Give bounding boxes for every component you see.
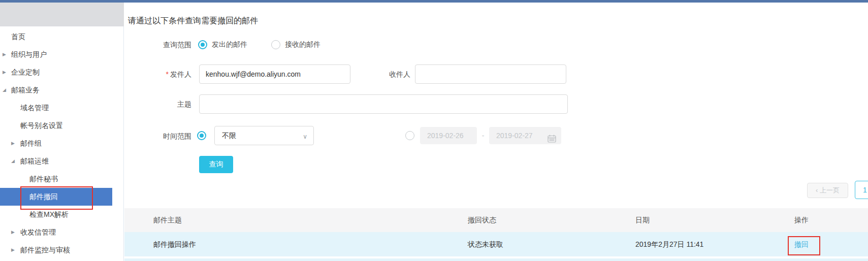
recall-action-link[interactable]: 撤回 <box>794 232 809 256</box>
page-title: 请通过以下条件查询需要撤回的邮件 <box>128 16 258 26</box>
date-range-picker: 2019-02-26 - 2019-02-27 <box>420 127 561 144</box>
time-custom-radio-icon[interactable] <box>405 131 414 140</box>
top-bar <box>0 0 868 3</box>
sidebar-item-org-users[interactable]: ▶组织与用户 <box>0 46 124 63</box>
sidebar-item-mail-group[interactable]: ▶邮件组 <box>0 135 124 152</box>
sidebar-item-enterprise-custom[interactable]: ▶企业定制 <box>0 63 124 81</box>
prev-page-button[interactable]: ‹ 上一页 <box>807 183 848 198</box>
table-header-row: 邮件主题 撤回状态 日期 操作 <box>124 208 868 232</box>
sidebar-item-check-mx[interactable]: 检查MX解析 <box>0 206 124 223</box>
radio-unselected-icon[interactable] <box>271 40 280 49</box>
app-window: 首页 ▶组织与用户 ▶企业定制 ◢邮箱业务 域名管理 帐号别名设置 ▶邮件组 ◢… <box>0 0 868 261</box>
sidebar-item-domain-manage[interactable]: 域名管理 <box>0 99 124 117</box>
time-range-dropdown[interactable]: 不限 ∨ <box>214 126 314 145</box>
collapsed-arrow-icon: ▶ <box>3 46 6 63</box>
table-row-partial <box>124 258 868 261</box>
sidebar-header <box>0 3 124 26</box>
collapsed-arrow-icon: ▶ <box>11 241 15 259</box>
subject-input[interactable] <box>199 94 568 114</box>
header-action: 操作 <box>794 208 809 232</box>
radio-selected-icon[interactable] <box>198 40 207 49</box>
header-date: 日期 <box>635 208 650 232</box>
sidebar-item-home[interactable]: 首页 <box>0 28 124 46</box>
page-1-button[interactable]: 1 <box>855 181 868 199</box>
expanded-arrow-icon: ◢ <box>3 81 6 99</box>
expanded-arrow-icon: ◢ <box>11 152 15 170</box>
time-unlimited-radio-icon[interactable] <box>197 131 206 140</box>
query-button[interactable]: 查询 <box>199 156 233 173</box>
collapsed-arrow-icon: ▶ <box>3 63 6 81</box>
sidebar-item-mail-monitor-audit[interactable]: ▶邮件监控与审核 <box>0 241 124 259</box>
cell-date: 2019年2月27日 11:41 <box>635 232 703 256</box>
sidebar-item-send-receive-manage[interactable]: ▶收发信管理 <box>0 223 124 241</box>
recipient-input[interactable] <box>415 64 566 84</box>
prev-arrow-icon: ‹ <box>816 186 818 194</box>
calendar-icon <box>548 132 556 149</box>
sidebar-item-account-alias[interactable]: 帐号别名设置 <box>0 117 124 135</box>
sender-label: *发件人 <box>128 70 191 79</box>
cell-mail-subject: 邮件撤回操作 <box>153 232 196 256</box>
time-range-label: 时间范围 <box>128 132 191 141</box>
cell-recall-status: 状态未获取 <box>468 232 503 256</box>
header-mail-subject: 邮件主题 <box>153 208 182 232</box>
sidebar: 首页 ▶组织与用户 ▶企业定制 ◢邮箱业务 域名管理 帐号别名设置 ▶邮件组 ◢… <box>0 3 124 261</box>
scope-label: 查询范围 <box>128 41 191 50</box>
table-row: 邮件撤回操作 状态未获取 2019年2月27日 11:41 撤回 <box>124 232 868 256</box>
scope-option-sent[interactable]: 发出的邮件 <box>198 40 247 49</box>
sender-input[interactable]: kenhou.wjf@demo.aliyun.com <box>199 64 350 84</box>
scope-option-received[interactable]: 接收的邮件 <box>271 40 320 49</box>
date-end-input[interactable]: 2019-02-27 <box>489 127 561 144</box>
sidebar-item-mail-recall[interactable]: 邮件撤回 <box>0 188 112 206</box>
sidebar-item-mail-secretary[interactable]: 邮件秘书 <box>0 170 124 188</box>
collapsed-arrow-icon: ▶ <box>11 135 15 152</box>
date-separator: - <box>477 127 489 144</box>
sidebar-nav: 首页 ▶组织与用户 ▶企业定制 ◢邮箱业务 域名管理 帐号别名设置 ▶邮件组 ◢… <box>0 28 124 259</box>
required-asterisk: * <box>166 70 169 78</box>
sidebar-item-mail-ops[interactable]: ◢邮箱运维 <box>0 152 124 170</box>
collapsed-arrow-icon: ▶ <box>11 223 15 241</box>
date-start-input[interactable]: 2019-02-26 <box>420 127 477 144</box>
header-recall-status: 撤回状态 <box>468 208 496 232</box>
recipient-label: 收件人 <box>347 70 410 79</box>
sidebar-item-mail-business[interactable]: ◢邮箱业务 <box>0 81 124 99</box>
subject-label: 主题 <box>128 100 191 109</box>
chevron-down-icon: ∨ <box>303 134 307 139</box>
